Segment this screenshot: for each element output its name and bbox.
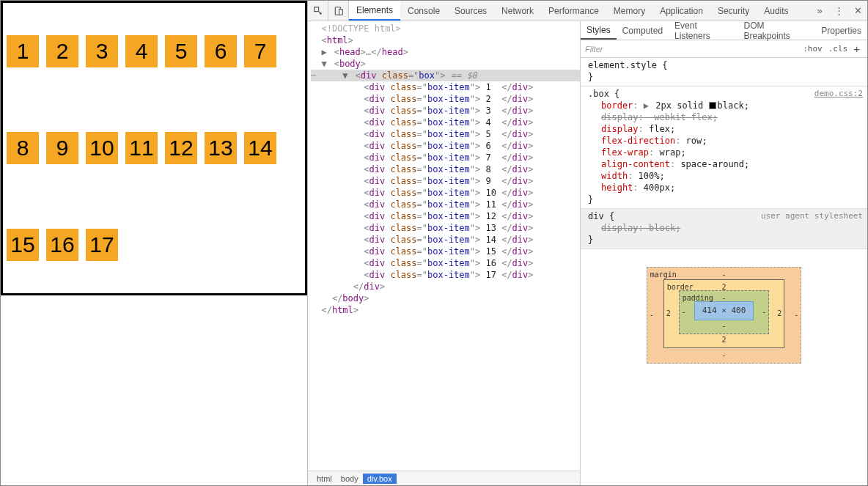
page-preview-pane: 1234567891011121314151617 [1, 1, 307, 485]
cls-toggle[interactable]: .cls [825, 44, 851, 54]
device-toggle-icon[interactable] [328, 1, 349, 21]
box-item[interactable]: 12 [165, 132, 197, 164]
margin-right: - [794, 309, 798, 321]
css-declaration[interactable]: height: 400px; [588, 182, 863, 194]
css-declaration[interactable]: display: flex; [588, 123, 863, 135]
tab-elements[interactable]: Elements [349, 1, 400, 21]
crumb[interactable]: div.box [363, 474, 397, 484]
rule-close: } [588, 71, 863, 83]
dom-node[interactable]: <div class="box-item"> 14 </div> [311, 234, 580, 246]
css-declaration[interactable]: display: -webkit-flex; [588, 111, 863, 123]
menu-icon[interactable]: ⋮ [829, 5, 848, 16]
dom-node[interactable]: <div class="box-item"> 16 </div> [311, 257, 580, 269]
box-item[interactable]: 11 [125, 132, 158, 164]
element-style-rule[interactable]: element.style { } [581, 58, 867, 86]
dom-node[interactable]: <!DOCTYPE html> [311, 23, 580, 34]
box-model-padding[interactable]: padding - - - - 414 × 400 [679, 290, 770, 334]
box-item[interactable]: 10 [86, 132, 118, 164]
elements-panel: <!DOCTYPE html> <html> ▶ <head>…</head> … [308, 21, 581, 485]
box-item[interactable]: 9 [46, 132, 78, 164]
margin-bottom: - [721, 350, 726, 361]
styles-rules[interactable]: element.style { } demo.css:2 .box { bord… [581, 58, 867, 485]
dom-node[interactable]: <div class="box-item"> 7 </div> [311, 152, 580, 163]
dom-node[interactable]: <div class="box-item"> 15 </div> [311, 246, 580, 257]
devtools-shell: ElementsConsoleSourcesNetworkPerformance… [307, 1, 867, 485]
box-item[interactable]: 14 [244, 132, 276, 164]
rule-close: } [588, 234, 863, 246]
box-item[interactable]: 15 [7, 229, 39, 261]
box-rule[interactable]: demo.css:2 .box { border: ▶ 2px solid bl… [581, 86, 867, 209]
dom-node[interactable]: <div class="box-item"> 6 </div> [311, 140, 580, 152]
tab-application[interactable]: Application [652, 1, 710, 21]
more-tabs-icon[interactable]: » [810, 5, 829, 16]
box-item[interactable]: 7 [244, 35, 276, 67]
box-item[interactable]: 6 [205, 35, 237, 67]
flex-box[interactable]: 1234567891011121314151617 [1, 1, 306, 295]
dom-node[interactable]: </html> [311, 304, 580, 316]
dom-node[interactable]: ▶ <head>…</head> [311, 46, 580, 58]
css-declaration[interactable]: align-content: space-around; [588, 158, 863, 170]
dom-node[interactable]: <div class="box-item"> 17 </div> [311, 269, 580, 281]
dom-node[interactable]: <div class="box-item"> 3 </div> [311, 105, 580, 117]
box-item[interactable]: 2 [46, 35, 78, 67]
tab-memory[interactable]: Memory [606, 1, 652, 21]
tab-console[interactable]: Console [400, 1, 447, 21]
box-item[interactable]: 3 [86, 35, 118, 67]
dom-tree[interactable]: <!DOCTYPE html> <html> ▶ <head>…</head> … [308, 21, 580, 471]
padding-right: - [762, 306, 766, 318]
dom-node[interactable]: <div class="box-item"> 13 </div> [311, 222, 580, 234]
app-root: 1234567891011121314151617 ElementsConsol… [0, 0, 868, 486]
breadcrumb: htmlbodydiv.box [308, 471, 580, 485]
close-icon[interactable]: ✕ [848, 5, 867, 16]
styles-tab-computed[interactable]: Computed [617, 21, 669, 40]
dom-node[interactable]: <div class="box-item"> 2 </div> [311, 93, 580, 105]
box-item[interactable]: 1 [7, 35, 39, 67]
styles-tab-event-listeners[interactable]: Event Listeners [669, 21, 738, 40]
box-item[interactable]: 16 [46, 229, 78, 261]
dom-node[interactable]: <div class="box-item"> 10 </div> [311, 187, 580, 199]
dom-node[interactable]: </div> [311, 281, 580, 292]
crumb[interactable]: body [336, 474, 363, 484]
tab-audits[interactable]: Audits [757, 1, 795, 21]
tab-performance[interactable]: Performance [541, 1, 606, 21]
dom-node[interactable]: ▼ <body> [311, 58, 580, 70]
box-item[interactable]: 5 [165, 35, 197, 67]
styles-tab-properties[interactable]: Properties [815, 21, 867, 40]
inspect-icon[interactable] [308, 1, 328, 21]
styles-filter-input[interactable]: Filter [585, 45, 800, 54]
tab-security[interactable]: Security [710, 1, 757, 21]
dom-node[interactable]: <div class="box-item"> 1 </div> [311, 81, 580, 93]
dom-node[interactable]: <div class="box-item"> 8 </div> [311, 163, 580, 175]
styles-tab-dom-breakpoints[interactable]: DOM Breakpoints [738, 21, 816, 40]
rule-origin-link[interactable]: demo.css:2 [814, 88, 863, 100]
css-declaration[interactable]: flex-direction: row; [588, 135, 863, 147]
border-left: 2 [666, 308, 671, 320]
box-model-border[interactable]: border 2 2 2 2 padding - - - [663, 279, 785, 348]
hov-toggle[interactable]: :hov [800, 44, 825, 54]
css-declaration[interactable]: flex-wrap: wrap; [588, 147, 863, 158]
css-declaration[interactable]: border: ▶ 2px solid black; [588, 100, 863, 111]
crumb[interactable]: html [312, 474, 336, 484]
tab-network[interactable]: Network [494, 1, 541, 21]
devtools-main-split: <!DOCTYPE html> <html> ▶ <head>…</head> … [308, 21, 867, 485]
dom-node[interactable]: </body> [311, 292, 580, 304]
styles-tab-styles[interactable]: Styles [581, 21, 617, 40]
dom-node[interactable]: <div class="box-item"> 11 </div> [311, 199, 580, 210]
padding-left: - [682, 306, 686, 318]
box-model-margin[interactable]: margin - - - - border 2 2 2 2 [647, 267, 802, 364]
css-declaration[interactable]: width: 100%; [588, 170, 863, 182]
ua-div-rule[interactable]: user agent stylesheet div { display: blo… [581, 209, 867, 249]
dom-node[interactable]: <div class="box-item"> 9 </div> [311, 175, 580, 187]
dom-node[interactable]: <html> [311, 34, 580, 46]
box-item[interactable]: 4 [125, 35, 158, 67]
tab-sources[interactable]: Sources [447, 1, 494, 21]
dom-node[interactable]: <div class="box-item"> 4 </div> [311, 117, 580, 128]
new-style-rule-button[interactable]: + [850, 43, 863, 55]
box-item[interactable]: 17 [86, 229, 118, 261]
box-item[interactable]: 8 [7, 132, 39, 164]
css-declaration[interactable]: display: block; [588, 222, 863, 234]
dom-node[interactable]: ⋯ ▼ <div class="box"> == $0 [311, 70, 580, 81]
dom-node[interactable]: <div class="box-item"> 5 </div> [311, 128, 580, 140]
box-item[interactable]: 13 [205, 132, 237, 164]
dom-node[interactable]: <div class="box-item"> 12 </div> [311, 210, 580, 222]
